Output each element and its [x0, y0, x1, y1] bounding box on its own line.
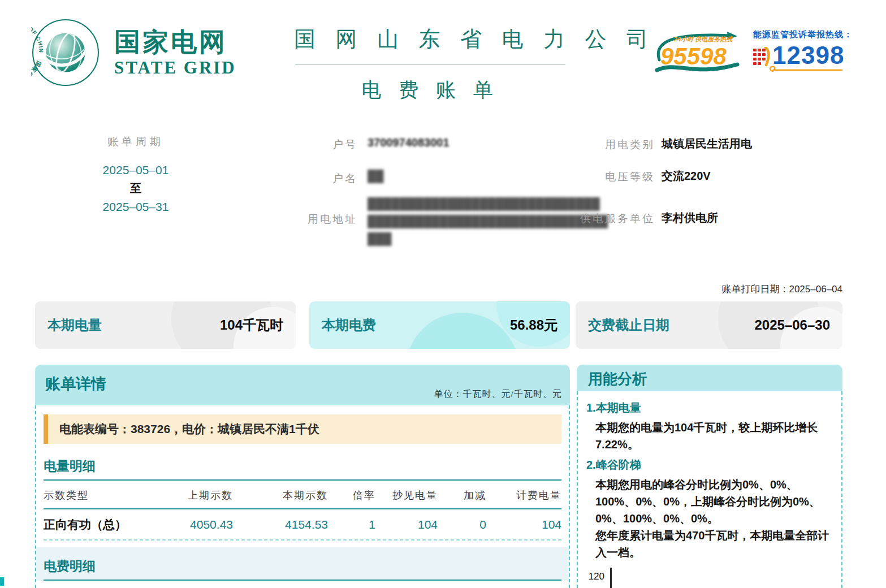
billing-period-block: 账单周期 2025–05–01 至 2025–05–31 — [85, 135, 187, 214]
bill-detail-body: 电能表编号：383726，电价：城镇居民不满1千伏 电量明细 示数类型 上期示数… — [35, 405, 570, 588]
analysis-heading-2: 2.峰谷阶梯 — [586, 457, 833, 473]
hotline-12398-block: 能源监管投诉举报热线： 12398 — [753, 29, 846, 67]
title-divider — [295, 64, 565, 64]
hotline-95598-tag: 24小时 供电服务热线 — [673, 36, 733, 43]
y-axis-tick-120: 120 — [586, 571, 604, 582]
electricity-bill-page: 国家电网公司 STATE GRID CORPORATION OF CHINA 国… — [0, 0, 886, 588]
customer-name-value: ██ — [368, 170, 383, 183]
energy-section-title: 电量明细 — [44, 457, 561, 481]
card-current-fee: 本期电费 56.88元 — [309, 301, 570, 349]
address-value: █████████████████████████████ ██████████… — [368, 195, 577, 248]
address-label: 用电地址 — [308, 212, 357, 227]
print-date: 账单打印日期：2025–06–04 — [721, 283, 842, 296]
card-due-date: 交费截止日期 2025–06–30 — [576, 301, 842, 349]
analysis-text-2: 本期您用电的峰谷分时比例为0%、0%、100%、0%、0%，上期峰谷分时比例为0… — [595, 476, 833, 561]
card-label: 本期电费 — [322, 316, 376, 334]
analysis-body: 1.本期电量 本期您的电量为104千瓦时，较上期环比增长7.22%。 2.峰谷阶… — [577, 391, 842, 588]
energy-table-row: 正向有功（总） 4050.43 4154.53 1 104 0 104 — [44, 509, 561, 541]
category-value: 城镇居民生活用电 — [662, 136, 752, 152]
unit-note: 单位：千瓦时、元/千瓦时、元 — [434, 388, 562, 400]
cut-off-page-edge-decoration — [0, 577, 4, 586]
logo-cn: 国家电网 — [114, 28, 236, 55]
analysis-header: 用能分析 — [577, 365, 842, 391]
analysis-title: 用能分析 — [588, 369, 647, 389]
logo-en: STATE GRID — [114, 58, 236, 78]
card-value: 56.88元 — [510, 316, 557, 334]
bill-detail-panel: 账单详情 单位：千瓦时、元/千瓦时、元 电能表编号：383726，电价：城镇居民… — [35, 365, 570, 588]
state-grid-globe-icon: 国家电网公司 STATE GRID CORPORATION OF CHINA — [31, 18, 100, 87]
card-current-energy: 本期电量 104千瓦时 — [35, 301, 296, 349]
energy-analysis-panel: 用能分析 1.本期电量 本期您的电量为104千瓦时，较上期环比增长7.22%。 … — [577, 365, 842, 588]
customer-name-label: 户名 — [332, 171, 357, 186]
document-title-block: 国 网 山 东 省 电 力 公 司 电 费 账 单 — [294, 25, 567, 103]
phone-swoosh-icon: 24小时 供电服务热线 95598 — [651, 27, 742, 79]
analysis-heading-1: 1.本期电量 — [586, 400, 833, 416]
bill-detail-title: 账单详情 — [45, 374, 106, 394]
service-unit-value: 李村供电所 — [662, 210, 718, 226]
service-unit-label: 供电服务单位 — [580, 211, 655, 226]
meter-info-strip: 电能表编号：383726，电价：城镇居民不满1千伏 — [44, 414, 561, 444]
analysis-text-1: 本期您的电量为104千瓦时，较上期环比增长7.22%。 — [595, 419, 833, 453]
company-name: 国 网 山 东 省 电 力 公 司 — [294, 25, 567, 54]
category-label: 用电类别 — [605, 137, 655, 152]
voltage-label: 电压等级 — [605, 170, 655, 184]
energy-table-header: 示数类型 上期示数 本期示数 倍率 抄见电量 加减 计费电量 — [44, 481, 561, 509]
card-value: 2025–06–30 — [755, 317, 830, 333]
card-value: 104千瓦时 — [220, 316, 283, 334]
fee-table-header: 费用组成 计费电量 计费标准 电费 — [44, 581, 561, 588]
energy-bar-chart: 120 100 — [586, 565, 833, 588]
page-title: 电 费 账 单 — [294, 77, 567, 103]
fee-section-title: 电费明细 — [44, 557, 561, 581]
y-axis-line — [610, 568, 612, 588]
bill-detail-header: 账单详情 单位：千瓦时、元/千瓦时、元 — [35, 365, 570, 405]
fee-section-band: 电费明细 — [36, 547, 569, 581]
state-grid-logotype: 国家电网 STATE GRID — [114, 28, 236, 78]
hotline-12398-label: 能源监管投诉举报热线： — [753, 29, 846, 40]
card-label: 交费截止日期 — [588, 316, 669, 334]
customer-no-label: 户号 — [332, 137, 357, 152]
billing-period-label: 账单周期 — [85, 135, 187, 149]
voltage-value: 交流220V — [662, 168, 711, 184]
billing-period-end: 2025–05–31 — [85, 200, 187, 214]
phone-cord-underline — [768, 64, 845, 74]
customer-no-value: 3700974083001 — [368, 136, 450, 149]
billing-period-start: 2025–05–01 — [85, 163, 187, 177]
billing-period-to: 至 — [85, 181, 187, 196]
card-label: 本期电量 — [47, 316, 102, 334]
